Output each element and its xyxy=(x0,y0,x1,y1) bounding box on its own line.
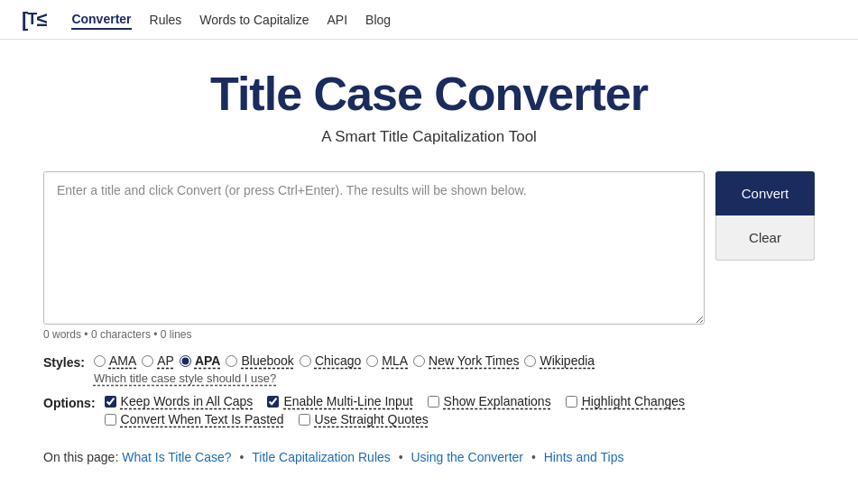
link-hints-and-tips[interactable]: Hints and Tips xyxy=(544,450,624,464)
option-multi-line[interactable]: Enable Multi-Line Input xyxy=(267,394,412,408)
options-label: Options: xyxy=(43,394,96,410)
style-chicago-label[interactable]: Chicago xyxy=(315,353,361,368)
style-wikipedia-radio[interactable] xyxy=(524,355,536,367)
multi-line-label[interactable]: Enable Multi-Line Input xyxy=(283,394,412,408)
option-show-explanations[interactable]: Show Explanations xyxy=(428,394,551,408)
nav-words-to-capitalize[interactable]: Words to Capitalize xyxy=(199,11,309,29)
page-subtitle: A Smart Title Capitalization Tool xyxy=(43,128,815,146)
style-nyt-label[interactable]: New York Times xyxy=(429,353,519,368)
link-using-the-converter[interactable]: Using the Converter xyxy=(411,450,524,464)
style-apa-radio[interactable] xyxy=(180,355,191,367)
option-highlight-changes[interactable]: Highlight Changes xyxy=(566,394,685,408)
style-ama[interactable]: AMA xyxy=(94,353,136,368)
keep-words-label[interactable]: Keep Words in All Caps xyxy=(121,394,254,408)
logo-bracket-right: ≤ xyxy=(36,8,46,32)
nav-blog[interactable]: Blog xyxy=(365,11,391,29)
multi-line-checkbox[interactable] xyxy=(267,396,279,408)
style-wikipedia-label[interactable]: Wikipedia xyxy=(540,353,595,368)
navigation: [ T ≤ Converter Rules Words to Capitaliz… xyxy=(0,0,858,40)
show-explanations-checkbox[interactable] xyxy=(428,396,439,408)
clear-button[interactable]: Clear xyxy=(715,215,815,261)
convert-paste-label[interactable]: Convert When Text Is Pasted xyxy=(121,412,284,426)
page-title: Title Case Converter xyxy=(43,67,815,121)
style-chicago[interactable]: Chicago xyxy=(300,353,361,368)
style-ap[interactable]: AP xyxy=(142,353,174,368)
style-wikipedia[interactable]: Wikipedia xyxy=(524,353,595,368)
style-bluebook-label[interactable]: Bluebook xyxy=(241,353,293,368)
nav-api[interactable]: API xyxy=(327,11,347,29)
option-straight-quotes[interactable]: Use Straight Quotes xyxy=(299,412,429,426)
title-input[interactable] xyxy=(43,171,705,325)
style-chicago-radio[interactable] xyxy=(300,355,311,367)
show-explanations-label[interactable]: Show Explanations xyxy=(444,394,551,408)
straight-quotes-checkbox[interactable] xyxy=(299,414,310,426)
convert-paste-checkbox[interactable] xyxy=(105,414,116,426)
separator-1: • xyxy=(239,450,247,464)
styles-label: Styles: xyxy=(43,353,85,370)
style-mla[interactable]: MLA xyxy=(366,353,408,368)
nav-converter[interactable]: Converter xyxy=(71,10,131,30)
site-logo[interactable]: [ T ≤ xyxy=(22,8,46,32)
on-this-page-prefix: On this page: xyxy=(43,450,118,464)
style-nyt[interactable]: New York Times xyxy=(413,353,519,368)
style-apa[interactable]: APA xyxy=(180,353,221,368)
highlight-changes-label[interactable]: Highlight Changes xyxy=(582,394,685,408)
link-what-is-title-case[interactable]: What Is Title Case? xyxy=(122,450,231,464)
style-nyt-radio[interactable] xyxy=(413,355,425,367)
nav-rules[interactable]: Rules xyxy=(150,11,182,29)
styles-content: AMA AP APA Bluebook Chicago xyxy=(94,353,815,385)
separator-3: • xyxy=(531,450,540,464)
word-count: 0 words • 0 characters • 0 lines xyxy=(43,328,705,341)
option-convert-paste[interactable]: Convert When Text Is Pasted xyxy=(105,412,284,426)
keep-words-checkbox[interactable] xyxy=(105,396,116,408)
option-keep-words[interactable]: Keep Words in All Caps xyxy=(105,394,254,408)
main-content: Title Case Converter A Smart Title Capit… xyxy=(0,40,858,500)
style-ama-radio[interactable] xyxy=(94,355,106,367)
style-mla-radio[interactable] xyxy=(366,355,378,367)
highlight-changes-checkbox[interactable] xyxy=(566,396,577,408)
link-title-capitalization-rules[interactable]: Title Capitalization Rules xyxy=(252,450,391,464)
options-content: Keep Words in All Caps Enable Multi-Line… xyxy=(105,394,815,426)
separator-2: • xyxy=(399,450,407,464)
convert-button[interactable]: Convert xyxy=(715,171,815,215)
style-apa-label[interactable]: APA xyxy=(195,353,221,368)
style-bluebook[interactable]: Bluebook xyxy=(226,353,293,368)
style-ama-label[interactable]: AMA xyxy=(109,353,136,368)
options-section: Options: Keep Words in All Caps Enable M… xyxy=(43,394,815,426)
styles-section: Styles: AMA AP APA Bluebook xyxy=(43,353,815,385)
option-checkboxes: Keep Words in All Caps Enable Multi-Line… xyxy=(105,394,815,426)
style-bluebook-radio[interactable] xyxy=(226,355,237,367)
style-mla-label[interactable]: MLA xyxy=(382,353,408,368)
style-ap-label[interactable]: AP xyxy=(157,353,174,368)
on-this-page: On this page: What Is Title Case? • Titl… xyxy=(43,450,815,464)
straight-quotes-label[interactable]: Use Straight Quotes xyxy=(315,412,429,426)
which-style-link[interactable]: Which title case style should I use? xyxy=(94,371,276,385)
converter-section: 0 words • 0 characters • 0 lines Convert… xyxy=(43,171,815,341)
logo-t: T xyxy=(27,10,36,29)
textarea-wrapper: 0 words • 0 characters • 0 lines xyxy=(43,171,705,341)
style-ap-radio[interactable] xyxy=(142,355,153,367)
action-buttons: Convert Clear xyxy=(715,171,815,261)
style-options-list: AMA AP APA Bluebook Chicago xyxy=(94,353,815,368)
